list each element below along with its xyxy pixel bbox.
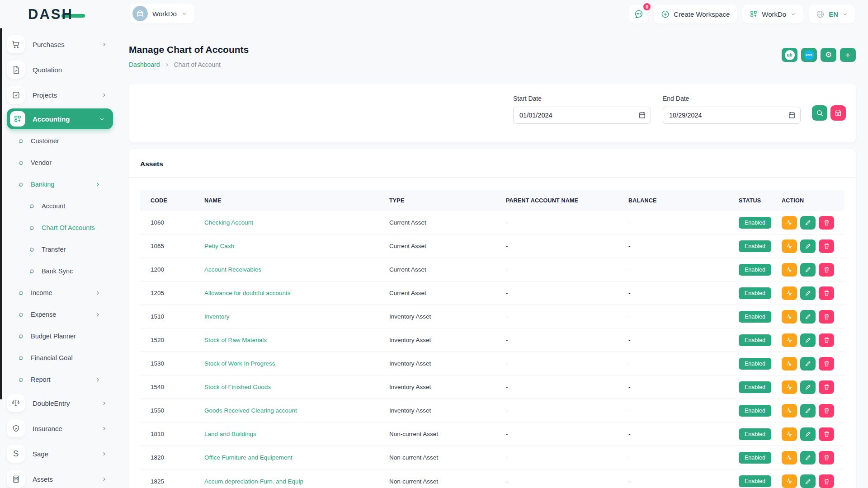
- delete-button[interactable]: [819, 474, 834, 488]
- chevron-right-icon: [95, 377, 101, 383]
- sidebar-item-financial-goal[interactable]: Financial Goal: [0, 347, 120, 369]
- start-date-input[interactable]: [513, 107, 651, 124]
- activity-button[interactable]: [782, 310, 797, 324]
- language-selector[interactable]: EN: [809, 5, 855, 23]
- account-name-link[interactable]: Checking Account: [204, 219, 389, 226]
- dot-icon: [19, 312, 24, 317]
- edit-button[interactable]: [800, 310, 816, 324]
- delete-button[interactable]: [819, 216, 834, 230]
- sidebar-item-insurance[interactable]: Insurance: [0, 416, 120, 441]
- activity-button[interactable]: [782, 474, 797, 488]
- delete-button[interactable]: [819, 427, 834, 441]
- delete-button[interactable]: [819, 263, 834, 277]
- end-date-input[interactable]: [663, 107, 801, 124]
- account-name-link[interactable]: Accum.depreciation-Furn. and Equip: [204, 478, 389, 485]
- account-name-link[interactable]: Land and Buildings: [204, 431, 389, 437]
- table-row: 1520 Stock of Raw Materials Inventory As…: [140, 328, 844, 352]
- activity-button[interactable]: [782, 263, 797, 277]
- add-button[interactable]: +: [840, 48, 856, 62]
- search-button[interactable]: [812, 105, 827, 121]
- account-name-link[interactable]: Petty Cash: [204, 243, 389, 249]
- edit-button[interactable]: [800, 239, 816, 253]
- brand-logo[interactable]: DASH: [28, 6, 85, 23]
- status-badge: Enabled: [739, 240, 771, 252]
- account-name-link[interactable]: Office Furniture and Equipement: [204, 454, 389, 461]
- activity-button[interactable]: [782, 451, 797, 465]
- workdo-menu-button[interactable]: WorkDo: [742, 5, 803, 23]
- sidebar-item-projects[interactable]: Projects: [0, 82, 120, 108]
- sidebar-item-account[interactable]: Account: [0, 195, 120, 217]
- delete-button[interactable]: [819, 239, 834, 253]
- sidebar-item-expense[interactable]: Expense: [0, 304, 120, 325]
- table-row: 1825 Accum.depreciation-Furn. and Equip …: [140, 469, 844, 488]
- xero-button[interactable]: xero: [801, 48, 817, 62]
- sidebar-item-label: Bank Sync: [42, 267, 101, 275]
- sidebar-item-doubleentry[interactable]: DoubleEntry: [0, 390, 120, 416]
- activity-button[interactable]: [782, 216, 797, 230]
- activity-button[interactable]: [782, 404, 797, 418]
- create-workspace-button[interactable]: Create Workspace: [654, 5, 737, 23]
- sidebar-item-accounting[interactable]: Accounting: [0, 108, 120, 130]
- edit-button[interactable]: [800, 474, 816, 488]
- breadcrumb-dashboard-link[interactable]: Dashboard: [129, 61, 160, 68]
- account-name-link[interactable]: Account Receivables: [204, 266, 389, 273]
- sidebar-item-vendor[interactable]: Vendor: [0, 152, 120, 174]
- sidebar-item-label: Assets: [33, 475, 94, 483]
- quickbooks-button[interactable]: qb: [782, 48, 797, 62]
- account-name-link[interactable]: Allowance for doubtful accounts: [204, 290, 389, 296]
- activity-button[interactable]: [782, 380, 797, 394]
- activity-button[interactable]: [782, 357, 797, 371]
- delete-button[interactable]: [819, 357, 834, 371]
- document-icon: [7, 61, 25, 79]
- activity-button[interactable]: [782, 286, 797, 300]
- activity-button[interactable]: [782, 239, 797, 253]
- calendar-icon[interactable]: [638, 111, 646, 119]
- sidebar-item-income[interactable]: Income: [0, 282, 120, 304]
- account-name-link[interactable]: Stock of Work In Progress: [204, 360, 389, 367]
- cell-parent: -: [506, 384, 628, 390]
- sidebar-item-banking[interactable]: Banking: [0, 174, 120, 195]
- account-name-link[interactable]: Goods Received Clearing account: [204, 407, 389, 414]
- edit-button[interactable]: [800, 286, 816, 300]
- settings-button[interactable]: ⚙: [821, 48, 836, 62]
- account-name-link[interactable]: Inventory: [204, 313, 389, 320]
- edit-button[interactable]: [800, 380, 816, 394]
- sidebar-item-report[interactable]: Report: [0, 369, 120, 390]
- delete-button[interactable]: [819, 380, 834, 394]
- account-name-link[interactable]: Stock of Raw Materials: [204, 337, 389, 343]
- edit-button[interactable]: [800, 427, 816, 441]
- edit-button[interactable]: [800, 333, 816, 347]
- edit-button[interactable]: [800, 451, 816, 465]
- delete-button[interactable]: [819, 451, 834, 465]
- calendar-icon[interactable]: [788, 111, 796, 119]
- account-name-link[interactable]: Stock of Finished Goods: [204, 384, 389, 390]
- delete-button[interactable]: [819, 333, 834, 347]
- sidebar-item-quotation[interactable]: Quotation: [0, 57, 120, 82]
- sidebar-item-sage[interactable]: S Sage: [0, 441, 120, 466]
- topbar: DASH WorkDo 0 Create Workspace WorkDo: [0, 0, 868, 27]
- workspace-selector[interactable]: WorkDo: [130, 4, 194, 23]
- sidebar-item-assets[interactable]: Assets: [0, 466, 120, 488]
- reset-filter-button[interactable]: [830, 105, 846, 121]
- sidebar-item-chart-of-accounts[interactable]: Chart Of Accounts: [0, 217, 120, 239]
- status-badge: Enabled: [739, 264, 771, 276]
- sidebar-item-bank-sync[interactable]: Bank Sync: [0, 260, 120, 282]
- messages-button[interactable]: 0: [629, 5, 648, 23]
- cell-code: 1550: [151, 407, 204, 414]
- delete-button[interactable]: [819, 286, 834, 300]
- edit-button[interactable]: [800, 357, 816, 371]
- sidebar-item-purchases[interactable]: Purchases: [0, 32, 120, 57]
- edit-button[interactable]: [800, 404, 816, 418]
- sidebar-item-budget-planner[interactable]: Budget Planner: [0, 325, 120, 347]
- activity-button[interactable]: [782, 427, 797, 441]
- table-header-row: CODE NAME TYPE PARENT ACCOUNT NAME BALAN…: [140, 190, 844, 211]
- chevron-right-icon: [165, 62, 170, 67]
- edit-button[interactable]: [800, 263, 816, 277]
- edit-button[interactable]: [800, 216, 816, 230]
- cell-parent: -: [506, 431, 628, 437]
- delete-button[interactable]: [819, 404, 834, 418]
- sidebar-item-transfer[interactable]: Transfer: [0, 239, 120, 260]
- activity-button[interactable]: [782, 333, 797, 347]
- delete-button[interactable]: [819, 310, 834, 324]
- sidebar-item-customer[interactable]: Customer: [0, 130, 120, 152]
